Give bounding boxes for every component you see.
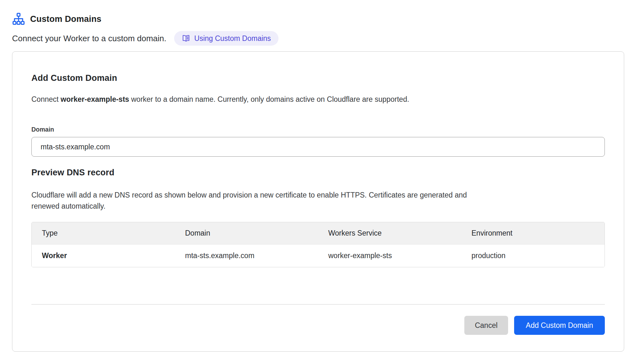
column-header-workers-service: Workers Service [318,222,461,244]
column-header-environment: Environment [461,222,605,244]
page-title: Custom Domains [30,14,101,24]
domain-input[interactable] [31,137,605,157]
page-subtitle: Connect your Worker to a custom domain. [12,34,167,43]
cell-type: Worker [32,244,175,267]
table-row: Worker mta-sts.example.com worker-exampl… [32,244,605,267]
open-book-icon [182,34,190,43]
column-header-domain: Domain [175,222,318,244]
description-prefix: Connect [31,95,61,103]
docs-link-label: Using Custom Domains [194,34,271,43]
add-domain-heading: Add Custom Domain [31,73,605,83]
page-header: Custom Domains Connect your Worker to a … [12,12,622,46]
worker-name: worker-example-sts [61,95,129,103]
cell-environment: production [461,244,605,267]
add-custom-domain-card: Add Custom Domain Connect worker-example… [12,51,624,352]
cell-workers-service: worker-example-sts [318,244,461,267]
description-suffix: worker to a domain name. Currently, only… [129,95,409,103]
preview-dns-heading: Preview DNS record [31,168,605,177]
column-header-type: Type [32,222,175,244]
add-custom-domain-button[interactable]: Add Custom Domain [514,316,605,335]
docs-link-badge[interactable]: Using Custom Domains [174,31,279,46]
custom-domains-page: Custom Domains Connect your Worker to a … [0,0,634,352]
domain-label: Domain [31,126,605,133]
cancel-button[interactable]: Cancel [464,316,508,335]
footer-divider [31,304,605,305]
sitemap-icon [12,13,25,26]
worker-description: Connect worker-example-sts worker to a d… [31,95,605,104]
table-header-row: Type Domain Workers Service Environment [32,222,605,244]
dns-preview-table: Type Domain Workers Service Environment … [31,222,605,267]
cell-domain: mta-sts.example.com [175,244,318,267]
preview-description: Cloudflare will add a new DNS record as … [31,190,491,212]
footer-actions: Cancel Add Custom Domain [31,316,605,335]
